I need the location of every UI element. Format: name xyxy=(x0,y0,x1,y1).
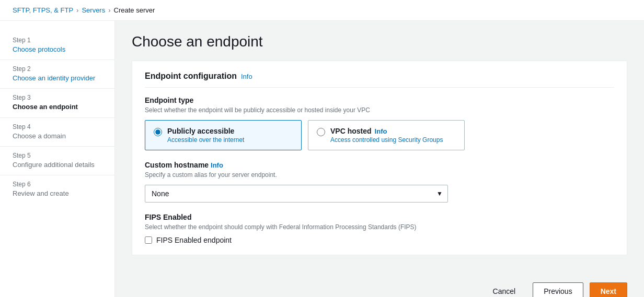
fips-checkbox-row: FIPS Enabled endpoint xyxy=(145,236,614,244)
sidebar-step-5: Step 5 Configure additional details xyxy=(0,147,114,175)
sidebar-item-review-create: Review and create xyxy=(13,189,102,198)
radio-publicly-accessible-text: Publicly accessible Accessible over the … xyxy=(167,127,244,144)
endpoint-type-radio-group: Publicly accessible Accessible over the … xyxy=(145,120,614,150)
radio-publicly-accessible-input[interactable] xyxy=(154,128,162,136)
fips-checkbox-label[interactable]: FIPS Enabled endpoint xyxy=(156,236,232,244)
step-3-number: Step 3 xyxy=(13,94,102,101)
page-title: Choose an endpoint xyxy=(132,33,627,50)
custom-hostname-dropdown-container: None ▼ xyxy=(145,185,448,203)
card-header-title: Endpoint configuration xyxy=(145,72,237,81)
sidebar-item-choose-endpoint: Choose an endpoint xyxy=(13,102,102,112)
fips-title: FIPS Enabled xyxy=(145,213,614,221)
endpoint-type-section: Endpoint type Select whether the endpoin… xyxy=(145,96,614,150)
radio-vpc-hosted-desc: Access controlled using Security Groups xyxy=(330,136,443,144)
sidebar-item-choose-identity[interactable]: Choose an identity provider xyxy=(13,74,102,83)
fips-desc: Select whether the endpoint should compl… xyxy=(145,223,614,231)
breadcrumb-sep-2: › xyxy=(108,6,110,14)
sidebar-step-3: Step 3 Choose an endpoint xyxy=(0,89,114,117)
footer-bar: Cancel Previous Next xyxy=(115,276,644,297)
custom-hostname-info-link[interactable]: Info xyxy=(211,161,223,169)
step-1-number: Step 1 xyxy=(13,37,102,44)
endpoint-config-info-link[interactable]: Info xyxy=(241,73,252,80)
endpoint-type-desc: Select whether the endpoint will be publ… xyxy=(145,106,614,114)
custom-hostname-section: Custom hostname Info Specify a custom al… xyxy=(145,161,614,203)
sidebar-item-choose-protocols[interactable]: Choose protocols xyxy=(13,45,102,54)
next-button[interactable]: Next xyxy=(590,282,627,297)
sidebar-item-configure-additional: Configure additional details xyxy=(13,160,102,170)
step-4-number: Step 4 xyxy=(13,123,102,130)
step-6-number: Step 6 xyxy=(13,181,102,188)
sidebar-step-4: Step 4 Choose a domain xyxy=(0,118,114,147)
fips-checkbox[interactable] xyxy=(145,236,152,244)
radio-publicly-accessible-title: Publicly accessible xyxy=(167,127,244,135)
radio-vpc-hosted[interactable]: VPC hosted Info Access controlled using … xyxy=(308,120,465,150)
previous-button[interactable]: Previous xyxy=(533,282,583,297)
step-5-number: Step 5 xyxy=(13,152,102,159)
cancel-button[interactable]: Cancel xyxy=(482,282,527,297)
card-header: Endpoint configuration Info xyxy=(145,72,614,88)
radio-vpc-hosted-input[interactable] xyxy=(317,128,325,136)
endpoint-type-title: Endpoint type xyxy=(145,96,614,104)
content-area: Choose an endpoint Endpoint configuratio… xyxy=(115,21,644,276)
radio-vpc-hosted-title: VPC hosted Info xyxy=(330,127,443,135)
sidebar-step-6: Step 6 Review and create xyxy=(0,175,114,204)
step-2-number: Step 2 xyxy=(13,65,102,73)
breadcrumb-sep-1: › xyxy=(76,6,78,14)
radio-publicly-accessible[interactable]: Publicly accessible Accessible over the … xyxy=(145,120,302,150)
sidebar-step-2: Step 2 Choose an identity provider xyxy=(0,60,114,89)
radio-vpc-hosted-text: VPC hosted Info Access controlled using … xyxy=(330,127,443,144)
custom-hostname-desc: Specify a custom alias for your server e… xyxy=(145,171,614,179)
breadcrumb-servers[interactable]: Servers xyxy=(82,6,105,14)
radio-publicly-accessible-desc: Accessible over the internet xyxy=(167,136,244,144)
endpoint-config-card: Endpoint configuration Info Endpoint typ… xyxy=(132,61,627,255)
custom-hostname-dropdown[interactable]: None xyxy=(145,185,448,203)
custom-hostname-title: Custom hostname Info xyxy=(145,161,614,169)
breadcrumb-current: Create server xyxy=(114,6,155,14)
breadcrumb: SFTP, FTPS, & FTP › Servers › Create ser… xyxy=(0,0,644,21)
fips-section: FIPS Enabled Select whether the endpoint… xyxy=(145,213,614,244)
sidebar: Step 1 Choose protocols Step 2 Choose an… xyxy=(0,21,115,297)
sidebar-step-1: Step 1 Choose protocols xyxy=(0,31,114,60)
sidebar-item-choose-domain: Choose a domain xyxy=(13,132,102,141)
breadcrumb-sftp[interactable]: SFTP, FTPS, & FTP xyxy=(13,6,73,14)
vpc-hosted-info-link[interactable]: Info xyxy=(375,127,387,135)
